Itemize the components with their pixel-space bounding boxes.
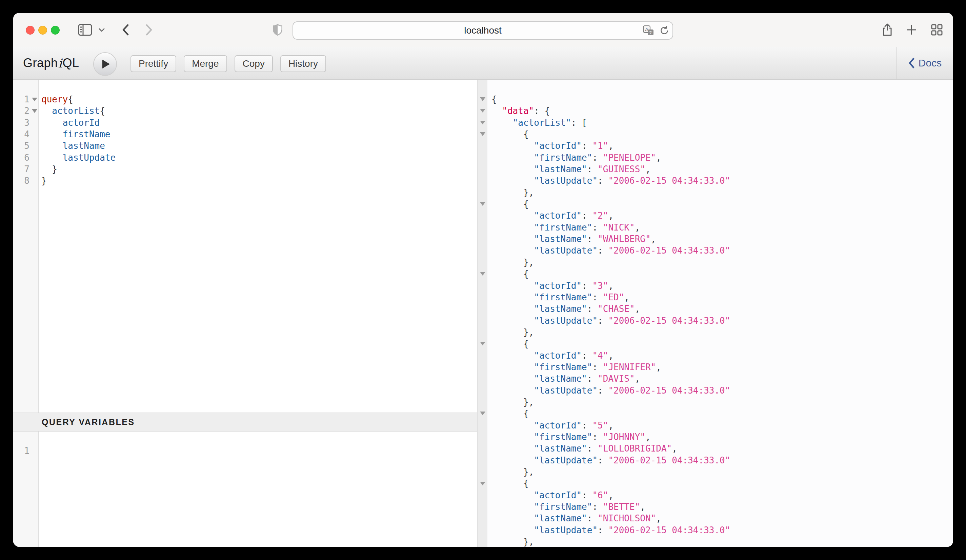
code-line: "lastUpdate": "2006-02-15 04:34:33.0" [491, 524, 953, 536]
svg-text:文: 文 [649, 31, 652, 34]
history-button[interactable]: History [280, 55, 326, 72]
code-line: { [491, 128, 953, 140]
code-line: "firstName": "JOHNNY", [491, 431, 953, 443]
code-line: actorId [41, 117, 477, 128]
code-line: { [491, 268, 953, 280]
graphiql-logo: GraphiQL [23, 47, 79, 79]
result-fold-gutter[interactable] [477, 80, 487, 547]
translate-icon[interactable]: A 文 [642, 25, 654, 36]
result-pane[interactable]: { "data": { "actorList": [ { "actorId": … [487, 80, 953, 547]
fold-arrow-icon[interactable] [480, 482, 485, 485]
zoom-window-button[interactable] [51, 26, 60, 34]
fold-arrow-icon[interactable] [480, 132, 485, 136]
url-text: localhost [464, 25, 502, 36]
fold-arrow-icon[interactable] [32, 109, 37, 113]
fold-arrow-icon[interactable] [480, 412, 485, 415]
plus-icon [906, 24, 917, 36]
tab-grid-icon [931, 24, 943, 36]
code-line: "actorId": "3", [491, 280, 953, 292]
code-line: { [491, 198, 953, 210]
merge-button[interactable]: Merge [184, 55, 227, 72]
code-line: }, [491, 466, 953, 478]
code-line: "lastUpdate": "2006-02-15 04:34:33.0" [491, 385, 953, 396]
code-line: "actorId": "4", [491, 350, 953, 361]
fold-arrow-icon[interactable] [480, 202, 485, 206]
sidebar-icon [78, 24, 92, 36]
close-window-button[interactable] [26, 26, 34, 34]
forward-chevron-icon [145, 24, 153, 36]
sidebar-toggle-button[interactable] [77, 13, 93, 47]
line-number: 1 [13, 94, 38, 105]
graphiql-content: 12345678 query{ actorList{ actorId first… [13, 80, 953, 547]
fold-arrow-icon[interactable] [480, 109, 485, 113]
back-button[interactable] [120, 13, 130, 47]
code-line: { [491, 408, 953, 419]
code-line: "actorId": "2", [491, 210, 953, 222]
variables-gutter: 1 [13, 432, 39, 547]
prettify-button[interactable]: Prettify [130, 55, 176, 72]
line-number: 5 [13, 140, 38, 151]
code-line: "lastName": "LOLLOBRIGIDA", [491, 443, 953, 454]
share-button[interactable] [880, 13, 894, 47]
code-line: "firstName": "NICK", [491, 222, 953, 233]
fold-arrow-icon[interactable] [480, 97, 485, 101]
line-number: 6 [13, 152, 38, 163]
query-variables-header[interactable]: QUERY VARIABLES [13, 412, 477, 432]
privacy-report-button[interactable] [272, 13, 283, 47]
variables-editor[interactable]: 1 [13, 432, 477, 547]
code-line: "lastName": "WAHLBERG", [491, 233, 953, 245]
code-line: firstName [41, 128, 477, 140]
forward-button[interactable] [144, 13, 154, 47]
code-line: "lastName": "CHASE", [491, 303, 953, 315]
code-line: "firstName": "PENELOPE", [491, 152, 953, 163]
reload-icon[interactable] [659, 25, 670, 36]
minimize-window-button[interactable] [38, 26, 47, 34]
code-line: lastName [41, 140, 477, 151]
code-line: "firstName": "JENNIFER", [491, 361, 953, 373]
back-chevron-icon [122, 24, 129, 36]
execute-query-button[interactable] [93, 52, 117, 76]
new-tab-button[interactable] [905, 13, 918, 47]
graphiql-topbar: GraphiQL Prettify Merge Copy History Doc… [13, 47, 953, 80]
code-line: "lastName": "GUINESS", [491, 163, 953, 175]
shield-icon [273, 24, 283, 36]
code-line: }, [491, 396, 953, 408]
query-variables-title: QUERY VARIABLES [42, 417, 135, 427]
code-line: lastUpdate [41, 152, 477, 163]
tab-overview-button[interactable] [930, 13, 944, 47]
sidebar-menu-chevron[interactable] [98, 13, 106, 47]
browser-window: localhost A 文 [13, 13, 953, 547]
copy-button[interactable]: Copy [235, 55, 273, 72]
code-line: "lastUpdate": "2006-02-15 04:34:33.0" [491, 315, 953, 327]
fold-arrow-icon[interactable] [32, 98, 37, 101]
code-line: "actorList": [ [491, 117, 953, 128]
chevron-down-icon [99, 28, 105, 32]
code-line: actorList{ [41, 105, 477, 117]
result-code: { "data": { "actorList": [ { "actorId": … [487, 80, 953, 547]
code-line: }, [491, 187, 953, 198]
fold-arrow-icon[interactable] [480, 272, 485, 276]
fold-arrow-icon[interactable] [480, 121, 485, 125]
address-bar[interactable]: localhost A 文 [292, 21, 673, 39]
play-icon [102, 59, 110, 69]
code-line: { [491, 478, 953, 489]
code-line: "lastUpdate": "2006-02-15 04:34:33.0" [491, 175, 953, 186]
docs-button[interactable]: Docs [897, 47, 953, 79]
docs-label: Docs [918, 57, 941, 69]
line-number: 7 [13, 163, 38, 175]
logo-text: Graph [23, 56, 58, 70]
fold-arrow-icon[interactable] [480, 342, 485, 345]
code-line: "actorId": "1", [491, 140, 953, 151]
chevron-left-icon [909, 57, 915, 69]
variables-line-number: 1 [13, 445, 38, 457]
code-line: "lastUpdate": "2006-02-15 04:34:33.0" [491, 245, 953, 256]
browser-toolbar: localhost A 文 [13, 13, 953, 47]
code-line: "actorId": "5", [491, 420, 953, 431]
toolbar-buttons: Prettify Merge Copy History [130, 55, 326, 72]
query-code[interactable]: query{ actorList{ actorId firstName last… [39, 80, 477, 412]
logo-text-ql: QL [63, 56, 79, 70]
code-line: }, [491, 536, 953, 547]
query-editor[interactable]: 12345678 query{ actorList{ actorId first… [13, 80, 477, 412]
code-line: } [41, 163, 477, 175]
code-line: "firstName": "BETTE", [491, 501, 953, 512]
